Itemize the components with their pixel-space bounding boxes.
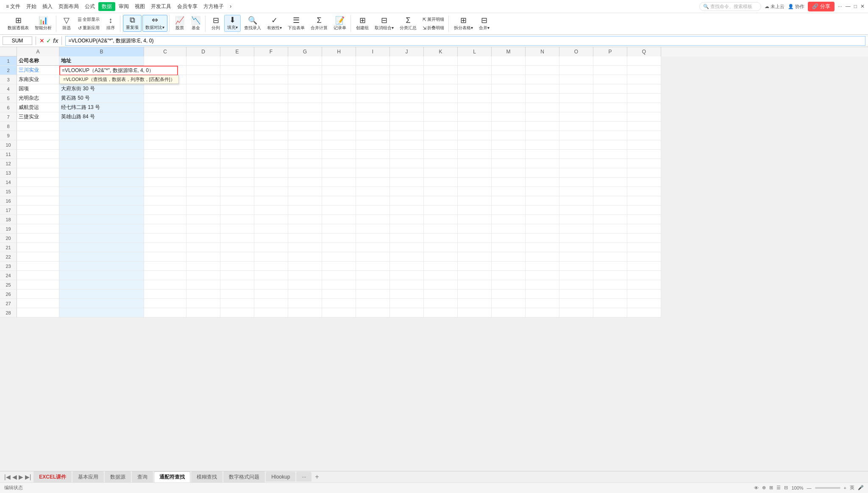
row-num-19[interactable]: 19: [0, 224, 17, 234]
cell-b21[interactable]: [59, 243, 144, 252]
cell-n18[interactable]: [526, 215, 559, 224]
cell-e8[interactable]: [220, 122, 254, 131]
cell-o15[interactable]: [559, 187, 593, 196]
cell-o3[interactable]: [559, 75, 593, 84]
cell-l2[interactable]: [458, 66, 492, 75]
maximize-button[interactable]: □: [854, 3, 857, 9]
cell-g12[interactable]: [288, 159, 322, 168]
cell-m7[interactable]: [492, 112, 526, 122]
cell-b12[interactable]: [59, 159, 144, 168]
cell-i23[interactable]: [356, 262, 390, 271]
cell-f16[interactable]: [254, 196, 288, 206]
cell-n14[interactable]: [526, 178, 559, 187]
cell-i21[interactable]: [356, 243, 390, 252]
cell-b22[interactable]: [59, 252, 144, 262]
cell-m9[interactable]: [492, 131, 526, 140]
cell-b14[interactable]: [59, 178, 144, 187]
cell-d8[interactable]: [186, 122, 220, 131]
ribbon-btn-split[interactable]: ⊟ 分列: [208, 16, 223, 32]
cell-p12[interactable]: [593, 159, 627, 168]
cell-m24[interactable]: [492, 271, 526, 280]
cell-h8[interactable]: [322, 122, 356, 131]
zoom-out-button[interactable]: —: [807, 485, 812, 490]
cell-e25[interactable]: [220, 280, 254, 290]
cell-f23[interactable]: [254, 262, 288, 271]
cell-b13[interactable]: [59, 168, 144, 178]
cell-m11[interactable]: [492, 150, 526, 159]
cell-q22[interactable]: [627, 252, 661, 262]
cell-k10[interactable]: [424, 140, 458, 150]
sheet-nav-first[interactable]: |◀: [4, 474, 11, 480]
cell-i15[interactable]: [356, 187, 390, 196]
cell-a5[interactable]: 光明杂志: [17, 94, 59, 103]
cell-b8[interactable]: [59, 122, 144, 131]
cell-f3[interactable]: [254, 75, 288, 84]
cell-o20[interactable]: [559, 234, 593, 243]
cell-e21[interactable]: [220, 243, 254, 252]
cell-h23[interactable]: [322, 262, 356, 271]
ribbon-btn-lookup[interactable]: 🔍 查找录入: [242, 16, 264, 32]
cell-n20[interactable]: [526, 234, 559, 243]
collaborate[interactable]: 👤 协作: [788, 3, 804, 10]
cell-e19[interactable]: [220, 224, 254, 234]
cell-h22[interactable]: [322, 252, 356, 262]
cell-o17[interactable]: [559, 206, 593, 215]
search-bar[interactable]: 🔍 查找命令、搜索模板: [699, 2, 761, 11]
row-num-6[interactable]: 6: [0, 103, 17, 112]
formula-input[interactable]: =VLOOKUP(A2&"*", 数据源!B:E, 4, 0): [65, 36, 865, 46]
cell-o19[interactable]: [559, 224, 593, 234]
sheet-tab-wildcard[interactable]: 通配符查找: [154, 471, 190, 482]
cell-q4[interactable]: [627, 84, 661, 94]
cell-a18[interactable]: [17, 215, 59, 224]
cell-e12[interactable]: [220, 159, 254, 168]
cell-q6[interactable]: [627, 103, 661, 112]
ribbon-btn-split-table[interactable]: ⊞ 拆分表格▾: [451, 16, 476, 32]
cell-j5[interactable]: [390, 94, 424, 103]
cell-c9[interactable]: [144, 131, 186, 140]
cell-j28[interactable]: [390, 308, 424, 318]
cell-n11[interactable]: [526, 150, 559, 159]
cell-c27[interactable]: [144, 299, 186, 308]
cell-c23[interactable]: [144, 262, 186, 271]
menu-file[interactable]: ≡ 文件: [3, 2, 23, 11]
cell-d23[interactable]: [186, 262, 220, 271]
cell-o24[interactable]: [559, 271, 593, 280]
row-num-26[interactable]: 26: [0, 290, 17, 299]
cell-k14[interactable]: [424, 178, 458, 187]
ribbon-btn-reapply[interactable]: ↺ 重新应用: [75, 24, 102, 32]
cell-h12[interactable]: [322, 159, 356, 168]
cell-o5[interactable]: [559, 94, 593, 103]
cell-e4[interactable]: [220, 84, 254, 94]
cell-b11[interactable]: [59, 150, 144, 159]
more-options[interactable]: ···: [838, 3, 842, 9]
cell-a7[interactable]: 三捷实业: [17, 112, 59, 122]
cell-i17[interactable]: [356, 206, 390, 215]
col-header-n[interactable]: N: [526, 47, 559, 56]
cell-g16[interactable]: [288, 196, 322, 206]
cell-q24[interactable]: [627, 271, 661, 280]
cell-h5[interactable]: [322, 94, 356, 103]
cell-o23[interactable]: [559, 262, 593, 271]
cell-n26[interactable]: [526, 290, 559, 299]
cell-n4[interactable]: [526, 84, 559, 94]
cell-h21[interactable]: [322, 243, 356, 252]
cell-e27[interactable]: [220, 299, 254, 308]
cell-g11[interactable]: [288, 150, 322, 159]
cell-p1[interactable]: [593, 56, 627, 66]
ribbon-btn-show-all[interactable]: ☰ 全部显示: [75, 16, 102, 23]
cell-g3[interactable]: [288, 75, 322, 84]
col-header-a[interactable]: A: [17, 47, 59, 56]
cell-e14[interactable]: [220, 178, 254, 187]
cell-j21[interactable]: [390, 243, 424, 252]
cell-d28[interactable]: [186, 308, 220, 318]
cell-h7[interactable]: [322, 112, 356, 122]
cell-q19[interactable]: [627, 224, 661, 234]
cell-i6[interactable]: [356, 103, 390, 112]
cell-h19[interactable]: [322, 224, 356, 234]
cell-d6[interactable]: [186, 103, 220, 112]
cell-o11[interactable]: [559, 150, 593, 159]
row-num-25[interactable]: 25: [0, 280, 17, 290]
cell-b17[interactable]: [59, 206, 144, 215]
cell-g25[interactable]: [288, 280, 322, 290]
ribbon-btn-subtotal[interactable]: Σ 分类汇总: [397, 16, 419, 32]
